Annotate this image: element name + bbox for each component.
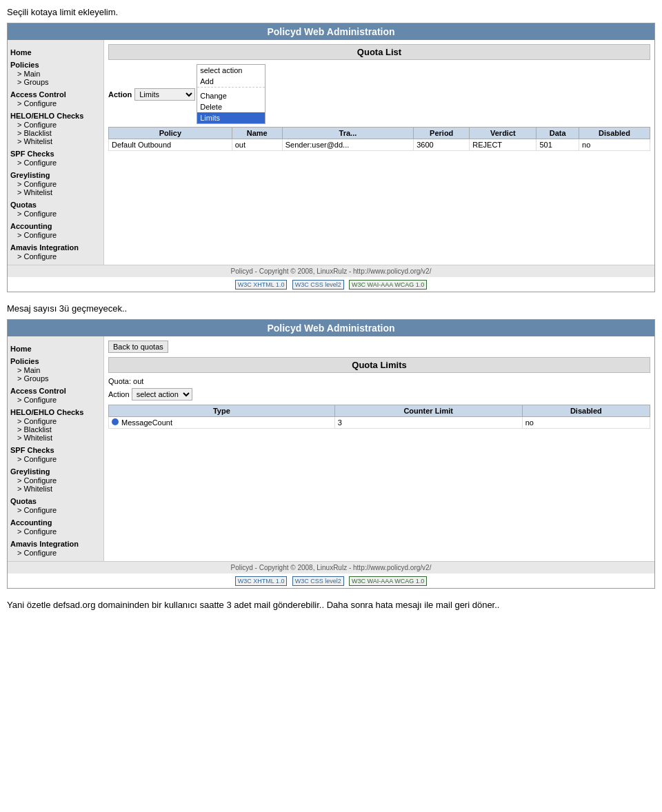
cell-name: out bbox=[232, 139, 282, 151]
sidebar2-helo: HELO/EHLO Checks bbox=[10, 408, 101, 416]
col-policy: Policy bbox=[109, 128, 232, 139]
sidebar-access-control: Access Control bbox=[10, 90, 101, 99]
col-disabled: Disabled bbox=[579, 128, 650, 139]
sidebar-item-groups[interactable]: > Groups bbox=[17, 78, 101, 86]
section-title-1: Quota List bbox=[108, 44, 650, 60]
sidebar-amavis: Amavis Integration bbox=[10, 243, 101, 252]
action-select-1[interactable]: select action Add Change Delete Limits bbox=[134, 88, 195, 101]
sidebar2-item-grey-whitelist[interactable]: > Whitelist bbox=[17, 485, 101, 493]
sidebar-policies: Policies bbox=[10, 61, 101, 69]
quota-limits-table: Type Counter Limit Disabled MessageCount… bbox=[108, 405, 650, 429]
dropdown-item-add[interactable]: Add bbox=[197, 76, 265, 87]
action-row-1: Action select action Add Change Delete L… bbox=[108, 64, 650, 124]
table-row: Default Outbound out Sender:user@dd... 3… bbox=[109, 139, 650, 151]
panel2-badges: W3C XHTML 1.0 W3C CSS level2 W3C WAI-AAA… bbox=[8, 574, 654, 588]
sidebar-item-grey-configure[interactable]: > Configure bbox=[17, 180, 101, 188]
sidebar-item-helo-blacklist[interactable]: > Blacklist bbox=[17, 129, 101, 137]
w3c-wai-badge: W3C WAI-AAA WCAG 1.0 bbox=[349, 280, 427, 290]
w3c-xhtml-badge: W3C XHTML 1.0 bbox=[235, 280, 288, 290]
sidebar-quotas: Quotas bbox=[10, 201, 101, 209]
dropdown-menu-1: select action Add Change Delete Limits bbox=[197, 64, 265, 124]
cell-tracking: Sender:user@dd... bbox=[282, 139, 413, 151]
w3c-css-badge2: W3C CSS level2 bbox=[292, 576, 344, 586]
sidebar2-item-spf-configure[interactable]: > Configure bbox=[17, 455, 101, 463]
col-counter-limit: Counter Limit bbox=[334, 405, 522, 417]
section-title-2: Quota Limits bbox=[108, 357, 650, 373]
cell-disabled2: no bbox=[522, 417, 650, 429]
quota-info: Quota: out bbox=[108, 377, 650, 385]
sidebar-2: Home Policies > Main > Groups Access Con… bbox=[8, 336, 104, 561]
admin-panel-2: Policyd Web Administration Home Policies… bbox=[7, 319, 655, 589]
main-content-2: Back to quotas Quota Limits Quota: out A… bbox=[104, 336, 654, 561]
cell-policy: Default Outbound bbox=[109, 139, 232, 151]
col-type: Type bbox=[109, 405, 335, 417]
middle-text: Mesaj sayısı 3ü geçmeyecek.. bbox=[7, 303, 655, 314]
admin-panel-1: Policyd Web Administration Home Policies… bbox=[7, 23, 655, 292]
sidebar2-item-quotas-configure[interactable]: > Configure bbox=[17, 506, 101, 514]
dropdown-item-delete[interactable]: Delete bbox=[197, 101, 265, 112]
sidebar2-greylisting: Greylisting bbox=[10, 467, 101, 476]
sidebar-item-helo-configure[interactable]: > Configure bbox=[17, 121, 101, 129]
sidebar2-accounting: Accounting bbox=[10, 518, 101, 527]
panel2-header: Policyd Web Administration bbox=[8, 320, 654, 336]
cell-counter-limit: 3 bbox=[334, 417, 522, 429]
cell-verdict: REJECT bbox=[470, 139, 536, 151]
col-tracking: Tra... bbox=[282, 128, 413, 139]
sidebar2-item-helo-configure[interactable]: > Configure bbox=[17, 417, 101, 425]
sidebar-item-main[interactable]: > Main bbox=[17, 70, 101, 78]
dropdown-item-change[interactable]: Change bbox=[197, 90, 265, 101]
sidebar-greylisting: Greylisting bbox=[10, 171, 101, 179]
w3c-css-badge: W3C CSS level2 bbox=[292, 280, 344, 290]
sidebar-item-accounting-configure[interactable]: > Configure bbox=[17, 231, 101, 239]
intro-text: Seçili kotaya limit ekleyelim. bbox=[7, 7, 655, 17]
action-label-2: Action bbox=[108, 390, 130, 398]
sidebar-item-quotas-configure[interactable]: > Configure bbox=[17, 210, 101, 218]
sidebar2-item-helo-blacklist[interactable]: > Blacklist bbox=[17, 425, 101, 434]
sidebar-item-helo-whitelist[interactable]: > Whitelist bbox=[17, 137, 101, 145]
col-name: Name bbox=[232, 128, 282, 139]
sidebar2-spf: SPF Checks bbox=[10, 446, 101, 454]
panel2-footer: Policyd - Copyright © 2008, LinuxRulz - … bbox=[8, 561, 654, 574]
action-row-2: Action select action Add Change Delete bbox=[108, 388, 650, 400]
sidebar2-item-accounting-configure[interactable]: > Configure bbox=[17, 527, 101, 536]
sidebar-accounting: Accounting bbox=[10, 222, 101, 230]
sidebar2-home[interactable]: Home bbox=[10, 345, 101, 353]
sidebar2-item-amavis-configure[interactable]: > Configure bbox=[17, 549, 101, 557]
w3c-xhtml-badge2: W3C XHTML 1.0 bbox=[235, 576, 288, 586]
sidebar2-amavis: Amavis Integration bbox=[10, 540, 101, 548]
sidebar-1: Home Policies > Main > Groups Access Con… bbox=[8, 40, 104, 265]
table-row-limits: MessageCount 3 no bbox=[109, 417, 650, 429]
col-disabled2: Disabled bbox=[522, 405, 650, 417]
dropdown-item-limits[interactable]: Limits bbox=[197, 112, 265, 123]
sidebar2-item-groups[interactable]: > Groups bbox=[17, 374, 101, 383]
panel1-header: Policyd Web Administration bbox=[8, 23, 654, 40]
panel1-badges: W3C XHTML 1.0 W3C CSS level2 W3C WAI-AAA… bbox=[8, 277, 654, 292]
sidebar-item-grey-whitelist[interactable]: > Whitelist bbox=[17, 188, 101, 196]
col-period: Period bbox=[414, 128, 470, 139]
row-indicator-icon bbox=[112, 418, 119, 425]
cell-disabled: no bbox=[579, 139, 650, 151]
sidebar-item-ac-configure[interactable]: > Configure bbox=[17, 99, 101, 108]
sidebar2-item-ac-configure[interactable]: > Configure bbox=[17, 396, 101, 404]
outro-text: Yani özetle defsad.org domaininden bir k… bbox=[7, 600, 655, 610]
sidebar-item-spf-configure[interactable]: > Configure bbox=[17, 159, 101, 167]
w3c-wai-badge2: W3C WAI-AAA WCAG 1.0 bbox=[349, 576, 427, 586]
cell-period: 3600 bbox=[414, 139, 470, 151]
sidebar2-item-main[interactable]: > Main bbox=[17, 366, 101, 374]
sidebar2-policies: Policies bbox=[10, 357, 101, 365]
dropdown-item-select[interactable]: select action bbox=[197, 65, 265, 76]
sidebar2-quotas: Quotas bbox=[10, 497, 101, 505]
panel1-footer: Policyd - Copyright © 2008, LinuxRulz - … bbox=[8, 265, 654, 277]
sidebar-home[interactable]: Home bbox=[10, 48, 101, 57]
cell-data: 501 bbox=[536, 139, 579, 151]
sidebar-item-amavis-configure[interactable]: > Configure bbox=[17, 252, 101, 261]
action-label-1: Action bbox=[108, 90, 132, 99]
back-to-quotas-button[interactable]: Back to quotas bbox=[108, 341, 168, 353]
quota-table-1: Policy Name Tra... Period Verdict Data D… bbox=[108, 127, 650, 151]
main-content-1: Quota List Action select action Add Chan… bbox=[104, 40, 654, 265]
sidebar-helo: HELO/EHLO Checks bbox=[10, 112, 101, 120]
cell-type: MessageCount bbox=[109, 417, 335, 429]
action-select-2[interactable]: select action Add Change Delete bbox=[132, 388, 192, 400]
sidebar2-item-helo-whitelist[interactable]: > Whitelist bbox=[17, 434, 101, 442]
sidebar2-item-grey-configure[interactable]: > Configure bbox=[17, 476, 101, 485]
